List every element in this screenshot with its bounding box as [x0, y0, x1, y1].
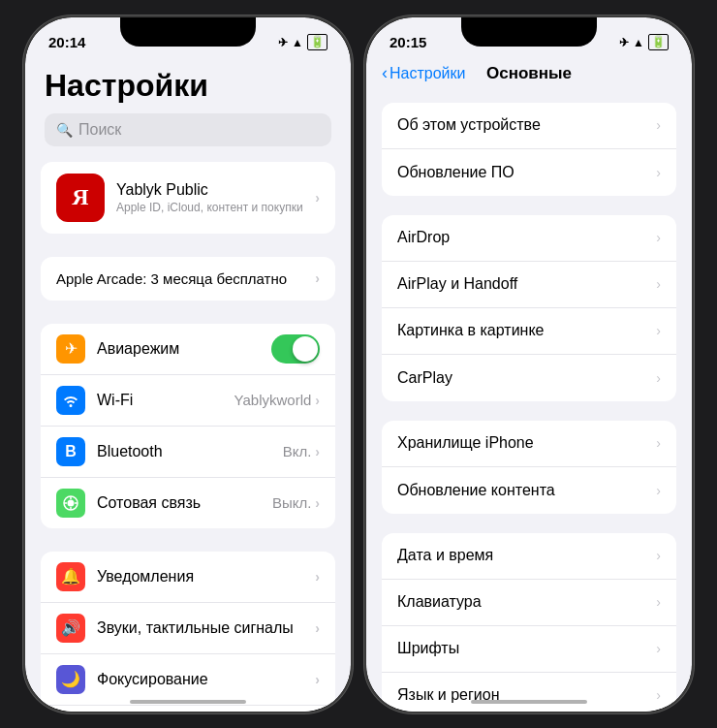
wifi-row[interactable]: Wi-Fi Yablykworld ›	[41, 375, 335, 427]
sounds-icon: 🔊	[56, 614, 85, 643]
keyboard-row[interactable]: Клавиатура ›	[382, 580, 676, 626]
apple-id-info: Yablyk Public Apple ID, iCloud, контент …	[116, 181, 315, 214]
left-status-icons: ✈ ▲ 🔋	[250, 34, 327, 51]
notifications-row[interactable]: 🔔 Уведомления ›	[41, 552, 335, 603]
back-chevron-icon: ‹	[382, 63, 388, 83]
right-screen-content[interactable]: Об этом устройстве › Обновление ПО › Air…	[366, 103, 692, 712]
apple-id-subtitle: Apple ID, iCloud, контент и покупки	[116, 201, 315, 214]
bg-refresh-chevron: ›	[656, 483, 661, 498]
search-bar[interactable]: 🔍 Поиск	[45, 113, 331, 146]
focus-row[interactable]: 🌙 Фокусирование ›	[41, 654, 335, 706]
wifi-label: Wi-Fi	[97, 392, 234, 409]
language-row[interactable]: Язык и регион ›	[382, 673, 676, 712]
apple-id-row[interactable]: Я Yablyk Public Apple ID, iCloud, контен…	[41, 162, 335, 234]
cellular-row[interactable]: Сотовая связь Выкл. ›	[41, 478, 335, 528]
iphone-storage-row[interactable]: Хранилище iPhone ›	[382, 421, 676, 467]
right-time: 20:15	[390, 34, 426, 50]
airplane-row-icon: ✈	[56, 334, 85, 364]
airdrop-chevron: ›	[656, 230, 661, 245]
arcade-text: Apple Arcade: 3 месяца бесплатно	[56, 270, 287, 287]
pip-row[interactable]: Картинка в картинке ›	[382, 308, 676, 355]
bluetooth-value: Вкл.	[283, 443, 312, 459]
right-airplane-icon: ✈	[619, 36, 629, 49]
focus-chevron: ›	[315, 672, 320, 687]
bluetooth-row[interactable]: B Bluetooth Вкл. ›	[41, 427, 335, 478]
airplane-icon: ✈	[278, 36, 288, 49]
pip-chevron: ›	[656, 323, 661, 338]
carplay-row[interactable]: CarPlay ›	[382, 355, 676, 401]
svg-point-1	[68, 499, 75, 506]
software-update-chevron: ›	[656, 165, 661, 180]
storage-group: Хранилище iPhone › Обновление контента ›	[382, 421, 676, 514]
left-screen: 20:14 ✈ ▲ 🔋 Настройки 🔍 Поиск	[25, 17, 351, 712]
software-update-label: Обновление ПО	[397, 164, 656, 181]
datetime-group: Дата и время › Клавиатура › Шрифты › Язы…	[382, 533, 676, 712]
bg-refresh-label: Обновление контента	[397, 482, 656, 499]
cellular-row-icon	[56, 489, 85, 518]
keyboard-label: Клавиатура	[397, 593, 656, 611]
airplane-toggle[interactable]	[271, 334, 320, 364]
pip-label: Картинка в картинке	[397, 322, 656, 339]
apple-id-name: Yablyk Public	[116, 181, 315, 199]
search-icon: 🔍	[56, 122, 73, 138]
right-battery-icon: 🔋	[648, 34, 669, 51]
carplay-chevron: ›	[656, 370, 661, 386]
nav-bar: ‹ Настройки Основные	[366, 60, 692, 91]
carplay-label: CarPlay	[397, 369, 656, 387]
fonts-row[interactable]: Шрифты ›	[382, 626, 676, 673]
device-group: Об этом устройстве › Обновление ПО ›	[382, 103, 676, 196]
sounds-row[interactable]: 🔊 Звуки, тактильные сигналы ›	[41, 603, 335, 654]
about-row[interactable]: Об этом устройстве ›	[382, 103, 676, 149]
right-home-indicator	[471, 700, 587, 704]
airplane-row[interactable]: ✈ Авиарежим	[41, 324, 335, 375]
airplay-handoff-row[interactable]: AirPlay и Handoff ›	[382, 262, 676, 308]
about-label: Об этом устройстве	[397, 116, 656, 134]
focus-icon: 🌙	[56, 665, 85, 694]
airdrop-row[interactable]: AirDrop ›	[382, 215, 676, 262]
apple-id-group: Я Yablyk Public Apple ID, iCloud, контен…	[41, 162, 335, 234]
airdrop-label: AirDrop	[397, 229, 656, 246]
bg-refresh-row[interactable]: Обновление контента ›	[382, 467, 676, 514]
notifications-chevron: ›	[315, 569, 320, 585]
left-time: 20:14	[48, 34, 85, 50]
iphone-storage-label: Хранилище iPhone	[397, 434, 656, 452]
left-phone: 20:14 ✈ ▲ 🔋 Настройки 🔍 Поиск	[23, 16, 353, 713]
apple-id-chevron: ›	[315, 190, 320, 206]
cellular-chevron: ›	[315, 495, 320, 511]
yablyk-icon: Я	[56, 174, 105, 222]
wifi-chevron: ›	[315, 393, 320, 408]
bluetooth-label: Bluetooth	[97, 443, 283, 460]
right-phone: 20:15 ✈ ▲ 🔋 ‹ Настройки Основные	[364, 16, 694, 713]
sounds-label: Звуки, тактильные сигналы	[97, 619, 315, 637]
datetime-row[interactable]: Дата и время ›	[382, 533, 676, 580]
arcade-chevron: ›	[315, 270, 320, 286]
datetime-chevron: ›	[656, 548, 661, 563]
airplane-label: Авиарежим	[97, 340, 271, 358]
cellular-label: Сотовая связь	[97, 494, 272, 512]
right-status-icons: ✈ ▲ 🔋	[591, 34, 669, 51]
left-home-indicator	[130, 700, 246, 704]
battery-icon: 🔋	[307, 34, 327, 51]
nav-back-button[interactable]: ‹ Настройки	[382, 63, 465, 83]
screentime-row[interactable]: ⏱ Экранное время ›	[41, 706, 335, 712]
keyboard-chevron: ›	[656, 594, 661, 610]
left-notch	[120, 17, 256, 47]
wifi-icon: ▲	[292, 36, 303, 49]
phones-container: 20:14 ✈ ▲ 🔋 Настройки 🔍 Поиск	[14, 6, 703, 723]
bluetooth-row-icon: B	[56, 437, 85, 466]
right-notch	[461, 17, 597, 47]
airplay-handoff-chevron: ›	[656, 276, 661, 292]
wifi-row-icon	[56, 386, 85, 415]
nav-title: Основные	[486, 64, 572, 83]
cellular-value: Выкл.	[272, 494, 311, 511]
datetime-label: Дата и время	[397, 547, 656, 564]
notifications-group: 🔔 Уведомления › 🔊 Звуки, тактильные сигн…	[41, 552, 335, 712]
fonts-chevron: ›	[656, 641, 661, 656]
arcade-banner[interactable]: Apple Arcade: 3 месяца бесплатно ›	[41, 257, 335, 301]
right-screen: 20:15 ✈ ▲ 🔋 ‹ Настройки Основные	[366, 17, 692, 712]
back-label: Настройки	[390, 65, 465, 82]
sounds-chevron: ›	[315, 620, 320, 636]
software-update-row[interactable]: Обновление ПО ›	[382, 149, 676, 196]
search-placeholder: Поиск	[78, 121, 121, 139]
left-screen-content[interactable]: Настройки 🔍 Поиск Я Yablyk Public Apple …	[25, 60, 351, 712]
